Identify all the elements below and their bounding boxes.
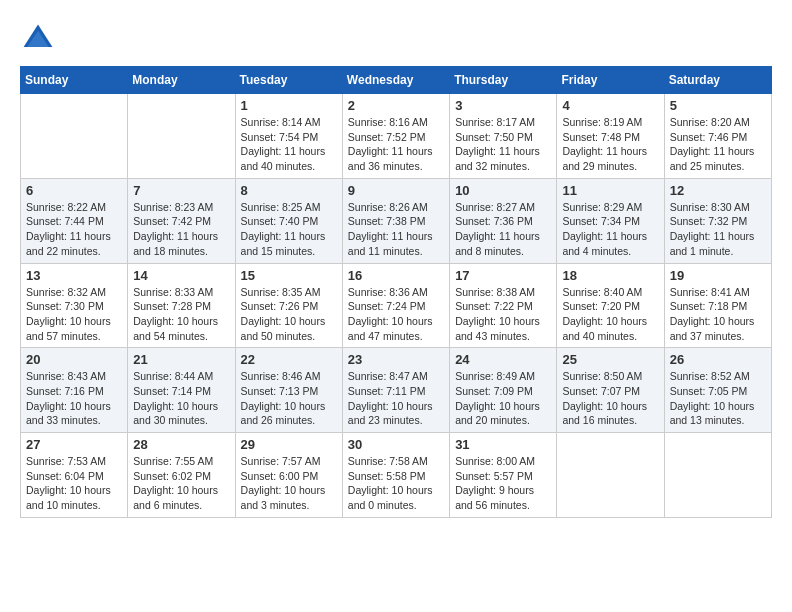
calendar-cell: 12Sunrise: 8:30 AM Sunset: 7:32 PM Dayli… [664, 178, 771, 263]
calendar-cell: 31Sunrise: 8:00 AM Sunset: 5:57 PM Dayli… [450, 433, 557, 518]
day-number: 7 [133, 183, 229, 198]
calendar-cell: 9Sunrise: 8:26 AM Sunset: 7:38 PM Daylig… [342, 178, 449, 263]
day-info: Sunrise: 8:46 AM Sunset: 7:13 PM Dayligh… [241, 369, 337, 428]
day-number: 31 [455, 437, 551, 452]
day-info: Sunrise: 8:29 AM Sunset: 7:34 PM Dayligh… [562, 200, 658, 259]
day-number: 15 [241, 268, 337, 283]
day-info: Sunrise: 8:26 AM Sunset: 7:38 PM Dayligh… [348, 200, 444, 259]
day-number: 20 [26, 352, 122, 367]
day-info: Sunrise: 8:23 AM Sunset: 7:42 PM Dayligh… [133, 200, 229, 259]
day-info: Sunrise: 7:53 AM Sunset: 6:04 PM Dayligh… [26, 454, 122, 513]
calendar-cell: 2Sunrise: 8:16 AM Sunset: 7:52 PM Daylig… [342, 94, 449, 179]
day-number: 14 [133, 268, 229, 283]
calendar-cell: 28Sunrise: 7:55 AM Sunset: 6:02 PM Dayli… [128, 433, 235, 518]
day-info: Sunrise: 8:25 AM Sunset: 7:40 PM Dayligh… [241, 200, 337, 259]
day-number: 2 [348, 98, 444, 113]
column-header-friday: Friday [557, 67, 664, 94]
calendar-week-row: 27Sunrise: 7:53 AM Sunset: 6:04 PM Dayli… [21, 433, 772, 518]
day-number: 19 [670, 268, 766, 283]
calendar-cell: 13Sunrise: 8:32 AM Sunset: 7:30 PM Dayli… [21, 263, 128, 348]
day-number: 24 [455, 352, 551, 367]
day-number: 13 [26, 268, 122, 283]
calendar-cell: 11Sunrise: 8:29 AM Sunset: 7:34 PM Dayli… [557, 178, 664, 263]
calendar-cell: 24Sunrise: 8:49 AM Sunset: 7:09 PM Dayli… [450, 348, 557, 433]
day-info: Sunrise: 7:58 AM Sunset: 5:58 PM Dayligh… [348, 454, 444, 513]
calendar-cell: 7Sunrise: 8:23 AM Sunset: 7:42 PM Daylig… [128, 178, 235, 263]
calendar-cell: 23Sunrise: 8:47 AM Sunset: 7:11 PM Dayli… [342, 348, 449, 433]
day-number: 30 [348, 437, 444, 452]
day-number: 17 [455, 268, 551, 283]
day-info: Sunrise: 8:36 AM Sunset: 7:24 PM Dayligh… [348, 285, 444, 344]
calendar-cell: 18Sunrise: 8:40 AM Sunset: 7:20 PM Dayli… [557, 263, 664, 348]
calendar-cell: 20Sunrise: 8:43 AM Sunset: 7:16 PM Dayli… [21, 348, 128, 433]
calendar-week-row: 20Sunrise: 8:43 AM Sunset: 7:16 PM Dayli… [21, 348, 772, 433]
column-header-sunday: Sunday [21, 67, 128, 94]
day-number: 10 [455, 183, 551, 198]
calendar-cell: 22Sunrise: 8:46 AM Sunset: 7:13 PM Dayli… [235, 348, 342, 433]
calendar-cell: 10Sunrise: 8:27 AM Sunset: 7:36 PM Dayli… [450, 178, 557, 263]
column-header-thursday: Thursday [450, 67, 557, 94]
day-info: Sunrise: 8:19 AM Sunset: 7:48 PM Dayligh… [562, 115, 658, 174]
calendar-week-row: 13Sunrise: 8:32 AM Sunset: 7:30 PM Dayli… [21, 263, 772, 348]
day-number: 22 [241, 352, 337, 367]
column-header-wednesday: Wednesday [342, 67, 449, 94]
day-info: Sunrise: 8:00 AM Sunset: 5:57 PM Dayligh… [455, 454, 551, 513]
day-number: 12 [670, 183, 766, 198]
day-info: Sunrise: 7:55 AM Sunset: 6:02 PM Dayligh… [133, 454, 229, 513]
calendar-cell: 14Sunrise: 8:33 AM Sunset: 7:28 PM Dayli… [128, 263, 235, 348]
day-info: Sunrise: 8:40 AM Sunset: 7:20 PM Dayligh… [562, 285, 658, 344]
day-info: Sunrise: 8:27 AM Sunset: 7:36 PM Dayligh… [455, 200, 551, 259]
calendar-cell: 4Sunrise: 8:19 AM Sunset: 7:48 PM Daylig… [557, 94, 664, 179]
day-number: 21 [133, 352, 229, 367]
calendar-cell: 29Sunrise: 7:57 AM Sunset: 6:00 PM Dayli… [235, 433, 342, 518]
day-info: Sunrise: 8:38 AM Sunset: 7:22 PM Dayligh… [455, 285, 551, 344]
day-number: 1 [241, 98, 337, 113]
day-number: 28 [133, 437, 229, 452]
day-number: 23 [348, 352, 444, 367]
day-number: 8 [241, 183, 337, 198]
column-header-monday: Monday [128, 67, 235, 94]
day-info: Sunrise: 8:43 AM Sunset: 7:16 PM Dayligh… [26, 369, 122, 428]
day-info: Sunrise: 8:49 AM Sunset: 7:09 PM Dayligh… [455, 369, 551, 428]
day-info: Sunrise: 8:52 AM Sunset: 7:05 PM Dayligh… [670, 369, 766, 428]
day-info: Sunrise: 8:22 AM Sunset: 7:44 PM Dayligh… [26, 200, 122, 259]
day-number: 18 [562, 268, 658, 283]
calendar-header-row: SundayMondayTuesdayWednesdayThursdayFrid… [21, 67, 772, 94]
calendar-cell: 25Sunrise: 8:50 AM Sunset: 7:07 PM Dayli… [557, 348, 664, 433]
day-info: Sunrise: 7:57 AM Sunset: 6:00 PM Dayligh… [241, 454, 337, 513]
calendar-cell: 15Sunrise: 8:35 AM Sunset: 7:26 PM Dayli… [235, 263, 342, 348]
calendar-cell: 3Sunrise: 8:17 AM Sunset: 7:50 PM Daylig… [450, 94, 557, 179]
day-number: 9 [348, 183, 444, 198]
day-number: 29 [241, 437, 337, 452]
calendar-week-row: 1Sunrise: 8:14 AM Sunset: 7:54 PM Daylig… [21, 94, 772, 179]
day-info: Sunrise: 8:47 AM Sunset: 7:11 PM Dayligh… [348, 369, 444, 428]
calendar-cell [557, 433, 664, 518]
day-info: Sunrise: 8:41 AM Sunset: 7:18 PM Dayligh… [670, 285, 766, 344]
calendar-cell: 30Sunrise: 7:58 AM Sunset: 5:58 PM Dayli… [342, 433, 449, 518]
day-info: Sunrise: 8:35 AM Sunset: 7:26 PM Dayligh… [241, 285, 337, 344]
calendar-cell: 5Sunrise: 8:20 AM Sunset: 7:46 PM Daylig… [664, 94, 771, 179]
day-info: Sunrise: 8:44 AM Sunset: 7:14 PM Dayligh… [133, 369, 229, 428]
page-header [20, 20, 772, 56]
day-number: 6 [26, 183, 122, 198]
day-info: Sunrise: 8:30 AM Sunset: 7:32 PM Dayligh… [670, 200, 766, 259]
calendar-cell: 21Sunrise: 8:44 AM Sunset: 7:14 PM Dayli… [128, 348, 235, 433]
day-number: 16 [348, 268, 444, 283]
day-number: 11 [562, 183, 658, 198]
calendar-cell: 17Sunrise: 8:38 AM Sunset: 7:22 PM Dayli… [450, 263, 557, 348]
logo [20, 20, 62, 56]
day-info: Sunrise: 8:17 AM Sunset: 7:50 PM Dayligh… [455, 115, 551, 174]
day-info: Sunrise: 8:32 AM Sunset: 7:30 PM Dayligh… [26, 285, 122, 344]
day-info: Sunrise: 8:20 AM Sunset: 7:46 PM Dayligh… [670, 115, 766, 174]
calendar-cell [21, 94, 128, 179]
day-number: 5 [670, 98, 766, 113]
calendar-week-row: 6Sunrise: 8:22 AM Sunset: 7:44 PM Daylig… [21, 178, 772, 263]
calendar-cell: 8Sunrise: 8:25 AM Sunset: 7:40 PM Daylig… [235, 178, 342, 263]
column-header-saturday: Saturday [664, 67, 771, 94]
calendar-cell: 19Sunrise: 8:41 AM Sunset: 7:18 PM Dayli… [664, 263, 771, 348]
day-number: 27 [26, 437, 122, 452]
calendar-cell: 27Sunrise: 7:53 AM Sunset: 6:04 PM Dayli… [21, 433, 128, 518]
column-header-tuesday: Tuesday [235, 67, 342, 94]
day-info: Sunrise: 8:33 AM Sunset: 7:28 PM Dayligh… [133, 285, 229, 344]
logo-icon [20, 20, 56, 56]
